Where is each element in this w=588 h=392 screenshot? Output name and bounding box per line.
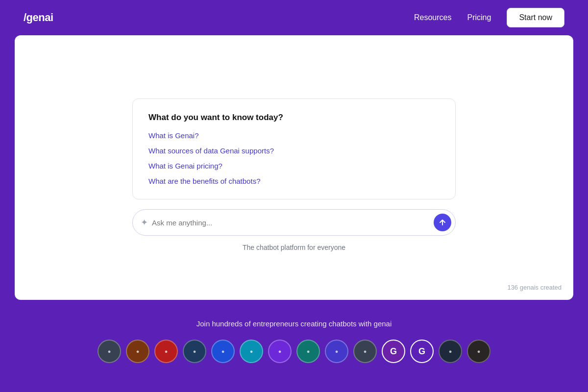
arrow-up-icon — [439, 219, 446, 226]
bottom-tagline: Join hundreds of entrepreneurs creating … — [196, 319, 392, 328]
qa-link-4[interactable]: What are the benefits of chatbots? — [148, 177, 440, 185]
avatar-av4: ● — [183, 340, 206, 363]
avatar-av8: ● — [296, 340, 320, 363]
search-input[interactable] — [152, 219, 430, 227]
qa-card-title: What do you want to know today? — [148, 113, 440, 122]
avatar-av13: ● — [439, 340, 462, 363]
avatar-av1: ● — [98, 340, 121, 363]
avatar-av2: ● — [126, 340, 149, 363]
avatars-row: ●●●●●●●●●●GG●● — [98, 340, 490, 363]
nav-pricing[interactable]: Pricing — [467, 13, 491, 22]
hero-tagline: The chatbot platform for everyone — [243, 244, 345, 251]
bottom-section: Join hundreds of entrepreneurs creating … — [0, 300, 588, 373]
start-now-button[interactable]: Start now — [507, 8, 564, 27]
avatar-av10: ● — [353, 340, 377, 363]
avatar-av11: G — [382, 340, 405, 363]
avatar-av14: ● — [467, 340, 490, 363]
nav-resources[interactable]: Resources — [414, 13, 451, 22]
search-submit-button[interactable] — [434, 214, 451, 231]
avatar-av3: ● — [154, 340, 178, 363]
avatar-av12: G — [410, 340, 434, 363]
qa-link-3[interactable]: What is Genai pricing? — [148, 162, 440, 170]
qa-link-2[interactable]: What sources of data Genai supports? — [148, 147, 440, 155]
site-logo: /genai — [24, 11, 53, 24]
main-content-card: What do you want to know today? What is … — [15, 35, 573, 300]
qa-suggestion-card: What do you want to know today? What is … — [132, 98, 456, 199]
avatar-av9: ● — [325, 340, 348, 363]
genais-count: 136 genais created — [507, 284, 562, 291]
search-bar: ✦ — [132, 209, 456, 236]
navbar: /genai Resources Pricing Start now — [0, 0, 588, 35]
avatar-av7: ● — [268, 340, 292, 363]
avatar-av6: ● — [240, 340, 263, 363]
avatar-av5: ● — [211, 340, 235, 363]
qa-link-1[interactable]: What is Genai? — [148, 131, 440, 140]
navbar-right: Resources Pricing Start now — [414, 8, 564, 27]
sparkle-icon: ✦ — [141, 217, 148, 228]
